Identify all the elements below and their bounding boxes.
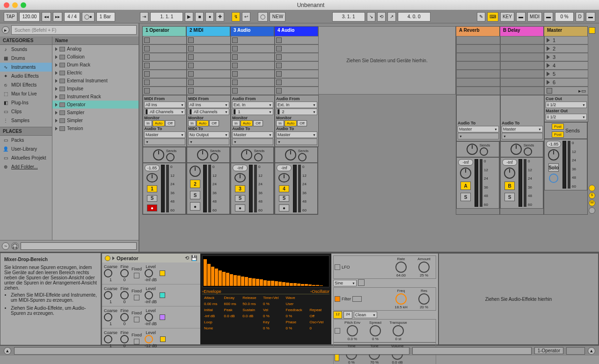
expand-icon[interactable] bbox=[55, 103, 58, 107]
env-cell[interactable]: Release bbox=[241, 295, 261, 300]
monitor-in-button[interactable]: In bbox=[276, 120, 284, 126]
track-activator-button[interactable]: A bbox=[460, 182, 471, 190]
midi-map-button[interactable]: MIDI bbox=[527, 12, 542, 22]
track-header-B-Delay[interactable]: B Delay bbox=[500, 27, 543, 36]
browser-item-operator[interactable]: Operator bbox=[52, 101, 139, 109]
lfo-on-button[interactable] bbox=[335, 264, 340, 270]
env-cell[interactable]: Peak bbox=[223, 307, 241, 313]
search-input[interactable] bbox=[11, 25, 137, 35]
device-on-button[interactable] bbox=[105, 255, 110, 261]
scene-1[interactable]: 1 bbox=[544, 36, 588, 44]
monitor-off-button[interactable]: Off bbox=[253, 120, 263, 126]
track-header-2-MIDI[interactable]: 2 MIDI bbox=[187, 27, 230, 36]
track-activator-button[interactable]: 1 bbox=[147, 185, 157, 192]
pan-knob[interactable] bbox=[190, 166, 201, 177]
fine-knob[interactable] bbox=[120, 291, 129, 299]
track-activator-button[interactable]: 4 bbox=[279, 185, 289, 192]
scene-launch-icon[interactable] bbox=[547, 38, 550, 43]
browser-item-impulse[interactable]: Impulse bbox=[52, 85, 139, 93]
drop-area[interactable]: Ziehen Sie Dateien und Geräte hierhin. bbox=[318, 26, 456, 95]
status-device-chip[interactable]: 1-Operator bbox=[534, 347, 563, 354]
track-activator-button[interactable]: B bbox=[504, 182, 515, 190]
harmonic-bar[interactable] bbox=[316, 285, 319, 286]
env-cell[interactable]: 0 % bbox=[285, 313, 308, 319]
clip-slot[interactable] bbox=[187, 70, 231, 78]
nudge-up-button[interactable]: ▸▸ bbox=[53, 12, 62, 22]
env-cell[interactable]: Feedback bbox=[285, 307, 308, 313]
volume-value[interactable]: -Inf bbox=[233, 165, 248, 171]
stop-icon[interactable] bbox=[144, 88, 150, 94]
category-samples[interactable]: ⋮Samples bbox=[0, 116, 52, 125]
coarse-knob[interactable] bbox=[104, 269, 112, 277]
clip-slot[interactable] bbox=[231, 53, 275, 61]
harmonic-bar[interactable] bbox=[248, 278, 252, 286]
browser-item-collision[interactable]: Collision bbox=[52, 53, 139, 61]
scene-launch-icon[interactable] bbox=[547, 46, 550, 51]
stop-clip-icon[interactable] bbox=[188, 63, 194, 68]
send-b-knob[interactable] bbox=[210, 153, 219, 161]
osc-select-button[interactable] bbox=[160, 292, 165, 298]
stop-all-icon[interactable] bbox=[547, 88, 552, 94]
harmonic-bar[interactable] bbox=[305, 284, 308, 286]
solo-button[interactable]: S bbox=[147, 195, 157, 202]
reenable-automation-button[interactable]: ↩ bbox=[242, 12, 250, 22]
spread-knob[interactable] bbox=[370, 325, 381, 336]
env-cell[interactable]: 0 % bbox=[262, 326, 284, 331]
play-button[interactable]: ▶ bbox=[185, 12, 193, 22]
stop-clip-icon[interactable] bbox=[144, 46, 150, 51]
harmonic-bar[interactable] bbox=[237, 276, 241, 286]
stop-clip-icon[interactable] bbox=[232, 37, 238, 43]
input-channel-select[interactable]: ▋ 1 bbox=[232, 109, 273, 115]
rate-knob[interactable] bbox=[395, 262, 407, 273]
loop-length[interactable]: 4. 0. 0 bbox=[398, 12, 431, 22]
place-add-folder---[interactable]: ⊕Add Folder... bbox=[0, 162, 52, 171]
send-b-knob[interactable] bbox=[524, 147, 532, 156]
volume-value[interactable]: -1.85 bbox=[145, 165, 160, 171]
output-sub-select[interactable] bbox=[232, 138, 273, 145]
env-cell[interactable] bbox=[223, 326, 241, 331]
harmonic-bar[interactable] bbox=[241, 277, 244, 286]
session-record-button[interactable]: ◯ bbox=[258, 12, 268, 22]
osc-select-button[interactable] bbox=[160, 270, 165, 276]
stop-clip-icon[interactable] bbox=[232, 71, 238, 77]
browser-toggle-icon[interactable]: ▸ bbox=[2, 26, 9, 34]
output-sub-select[interactable] bbox=[144, 138, 185, 145]
stop-clip-icon[interactable] bbox=[188, 54, 194, 60]
operator-display[interactable]: ▫Envelope ▫Oscillator AttackDecayRelease… bbox=[200, 254, 331, 344]
harmonic-bar[interactable] bbox=[301, 284, 304, 286]
browser-item-simpler[interactable]: Simpler bbox=[52, 116, 139, 124]
clip-slot[interactable] bbox=[187, 44, 231, 53]
stop-clip-icon[interactable] bbox=[188, 80, 194, 85]
clip-slot[interactable] bbox=[143, 53, 187, 61]
track-header-4-Audio[interactable]: 4 Audio bbox=[275, 27, 318, 36]
clip-slot[interactable] bbox=[143, 78, 187, 87]
monitor-off-button[interactable]: Off bbox=[209, 120, 219, 126]
fixed-button[interactable] bbox=[134, 273, 139, 278]
output-sub-select[interactable] bbox=[502, 133, 543, 139]
clip-slot[interactable] bbox=[231, 36, 275, 44]
stop-clip-icon[interactable] bbox=[144, 80, 150, 85]
clip-stop-row[interactable] bbox=[231, 87, 275, 95]
harmonic-bar[interactable] bbox=[286, 283, 289, 286]
harmonic-bar[interactable] bbox=[211, 267, 214, 286]
scene-5[interactable]: 5 bbox=[544, 70, 588, 78]
stop-clip-icon[interactable] bbox=[144, 37, 150, 43]
coarse-knob[interactable] bbox=[104, 335, 112, 343]
browser-item-external-instrument[interactable]: External Instrument bbox=[52, 77, 139, 85]
volume-fader[interactable] bbox=[203, 165, 207, 212]
output-sub-select[interactable] bbox=[276, 138, 317, 145]
clip-slot[interactable] bbox=[187, 78, 231, 87]
pitch-on-button[interactable] bbox=[335, 328, 340, 334]
post-button-b[interactable]: Post bbox=[552, 131, 564, 138]
clip-slot[interactable] bbox=[275, 36, 319, 44]
fixed-button[interactable] bbox=[134, 317, 139, 322]
env-cell[interactable]: 0.0 dB bbox=[241, 313, 261, 319]
harmonic-bar[interactable] bbox=[297, 284, 300, 286]
clip-stop-row[interactable] bbox=[275, 87, 319, 95]
stop-clip-icon[interactable] bbox=[232, 46, 238, 51]
scene-launch-icon[interactable] bbox=[547, 80, 550, 85]
preview-toggle-icon[interactable]: ~ bbox=[2, 242, 9, 250]
monitor-in-button[interactable]: In bbox=[188, 120, 196, 126]
output-select[interactable]: Master bbox=[458, 126, 499, 132]
output-select[interactable]: Master bbox=[232, 131, 273, 138]
